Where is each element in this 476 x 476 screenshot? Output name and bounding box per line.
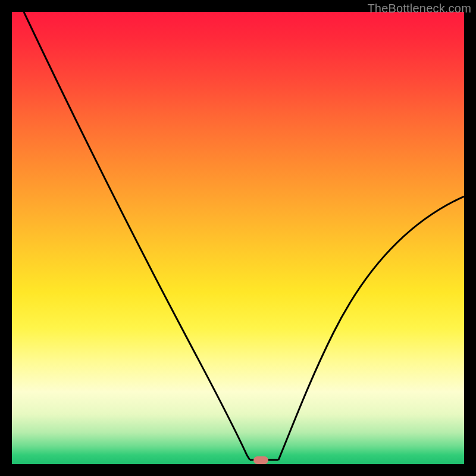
- curve-left-arm: [24, 12, 250, 460]
- watermark-text: TheBottleneck.com: [367, 2, 471, 15]
- plot-area: [12, 12, 464, 464]
- bottleneck-curve: [12, 12, 464, 464]
- chart-frame: TheBottleneck.com: [0, 0, 476, 476]
- optimal-marker: [253, 456, 268, 464]
- curve-right-arm: [278, 196, 464, 460]
